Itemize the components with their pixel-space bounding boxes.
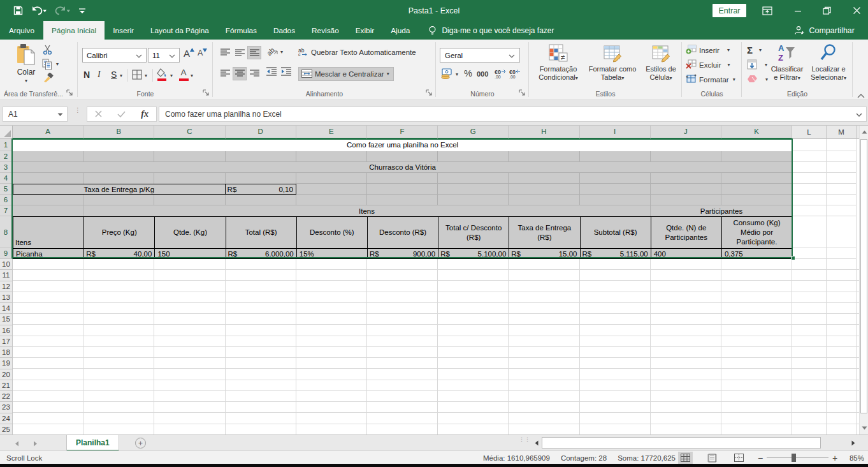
row-header-8[interactable]: 8 [0, 216, 13, 248]
align-bottom-icon[interactable] [247, 46, 261, 59]
cell[interactable] [792, 205, 827, 216]
collapse-ribbon-icon[interactable] [857, 92, 865, 100]
column-header-e[interactable]: E [296, 126, 367, 139]
align-middle-icon[interactable] [233, 46, 247, 59]
cell[interactable] [827, 248, 857, 259]
column-header-k[interactable]: K [721, 126, 792, 139]
cell[interactable] [792, 162, 827, 173]
delete-cells-button[interactable]: Excluir [686, 59, 730, 70]
cell-j8-header[interactable]: Qtde. (N) de Participantes [651, 216, 721, 248]
cell[interactable] [296, 184, 367, 195]
scroll-left-icon[interactable] [532, 437, 541, 449]
cell[interactable] [827, 195, 857, 205]
formula-field[interactable]: Como fazer uma planilha no Excel [159, 107, 867, 122]
decrease-decimal-icon[interactable]: €0,00 [509, 68, 521, 80]
cell[interactable] [651, 151, 721, 162]
number-dialog-launcher-icon[interactable] [519, 89, 526, 97]
align-top-icon[interactable] [218, 46, 232, 59]
cell-d8-header[interactable]: Total (R$) [226, 216, 296, 248]
row-header-23[interactable]: 23 [0, 402, 13, 413]
column-header-h[interactable]: H [509, 126, 579, 139]
italic-button[interactable]: I [98, 70, 101, 80]
cancel-icon[interactable] [95, 108, 102, 120]
row-header-15[interactable]: 15 [0, 314, 13, 325]
column-header-a[interactable]: A [13, 126, 83, 139]
cell-a1-title[interactable]: Como fazer uma planilha no Excel [13, 139, 792, 152]
row-header-25[interactable]: 25 [0, 424, 13, 434]
row-header-2[interactable]: 2 [0, 151, 13, 162]
cell[interactable] [367, 151, 438, 162]
number-format-select[interactable]: Geral [440, 48, 520, 63]
cell-a5-delivery-label[interactable]: Taxa de Entrega p/Kg [13, 184, 226, 195]
sheet-tab-planilha1[interactable]: Planilha1 [66, 435, 119, 451]
cell-d5-delivery-rate[interactable]: R$ 0,10 [226, 184, 296, 195]
cell[interactable] [792, 173, 827, 184]
cell[interactable] [792, 139, 827, 152]
cell[interactable] [83, 195, 154, 205]
increase-indent-icon[interactable] [281, 67, 292, 77]
vertical-scrollbar[interactable] [859, 126, 868, 434]
paste-button[interactable]: Colar [11, 43, 41, 84]
cell-c9-qtde[interactable]: 150 [154, 248, 225, 259]
row-header-7[interactable]: 7 [0, 205, 13, 216]
page-layout-view-button[interactable] [705, 452, 720, 464]
sheet-nav-next-icon[interactable] [33, 438, 38, 449]
sort-filter-button[interactable]: AZ Classificar e Filtrar [767, 43, 807, 82]
accounting-format-icon[interactable] [440, 68, 454, 81]
restore-button[interactable] [816, 0, 837, 21]
align-left-icon[interactable] [218, 67, 232, 80]
cell-a9-item[interactable]: Picanha [13, 248, 83, 259]
percent-style-button[interactable]: % [464, 68, 472, 78]
row-header-16[interactable]: 16 [0, 325, 13, 336]
cell-i9-subtotal[interactable]: R$5.115,00 [580, 248, 651, 259]
copy-caret-icon[interactable] [56, 62, 59, 67]
row-header-6[interactable]: 6 [0, 195, 13, 205]
cell-g8-header[interactable]: Total c/ Desconto (R$) [438, 216, 509, 248]
sheet-nav-prev-icon[interactable] [15, 438, 19, 449]
find-select-button[interactable]: Localizar e Selecionar [808, 43, 849, 82]
cell[interactable] [367, 173, 438, 184]
column-header-d[interactable]: D [226, 126, 296, 139]
row-header-12[interactable]: 12 [0, 281, 13, 292]
cell[interactable] [827, 162, 857, 173]
cell[interactable] [83, 151, 154, 162]
comma-style-button[interactable]: 000 [477, 70, 488, 78]
accounting-caret-icon[interactable] [456, 72, 458, 77]
zoom-in-button[interactable]: + [832, 451, 837, 464]
font-name-select[interactable]: Calibri [82, 48, 147, 63]
cell[interactable] [367, 195, 438, 205]
font-size-select[interactable]: 11 [148, 48, 180, 63]
cell-a3-event[interactable]: Churrasco da Vitória [13, 162, 792, 173]
tab-dados[interactable]: Dados [265, 21, 303, 40]
zoom-level[interactable]: 85% [848, 451, 864, 464]
tab-exibir[interactable]: Exibir [347, 21, 383, 40]
cell[interactable] [721, 184, 792, 195]
cell[interactable] [827, 151, 857, 162]
cell-j9-participantes[interactable]: 400 [651, 248, 721, 259]
row-header-4[interactable]: 4 [0, 173, 13, 184]
scroll-up-icon[interactable] [860, 127, 868, 137]
cell-b7-itens-banner[interactable]: Itens [83, 205, 651, 216]
borders-caret-icon[interactable] [145, 73, 147, 78]
format-as-table-button[interactable]: Formatar como Tabela [584, 43, 641, 82]
insert-cells-button[interactable]: Inserir [686, 45, 730, 56]
merge-center-button[interactable]: Mesclar e Centralizar [298, 67, 394, 81]
increase-font-icon[interactable]: A [184, 48, 194, 59]
row-header-17[interactable]: 17 [0, 336, 13, 347]
ribbon-display-options-icon[interactable] [757, 0, 778, 21]
row-header-11[interactable]: 11 [0, 270, 13, 281]
bold-button[interactable]: N [83, 70, 90, 80]
row-header-5[interactable]: 5 [0, 184, 13, 195]
cell-e9-desconto-pct[interactable]: 15% [296, 248, 367, 259]
increase-decimal-icon[interactable]: €0,00 [495, 68, 507, 80]
row-header-14[interactable]: 14 [0, 303, 13, 314]
clear-button[interactable] [747, 75, 768, 84]
tab-pagina-inicial[interactable]: Página Inicial [43, 21, 105, 40]
zoom-slider-handle[interactable] [792, 454, 796, 462]
row-header-20[interactable]: 20 [0, 369, 13, 380]
cell[interactable] [792, 248, 827, 259]
tab-bar-splitter[interactable]: ⋮⋮ [519, 438, 530, 441]
horizontal-scrollbar[interactable] [532, 437, 858, 449]
cell[interactable] [509, 195, 579, 205]
font-dialog-launcher-icon[interactable] [203, 89, 210, 97]
